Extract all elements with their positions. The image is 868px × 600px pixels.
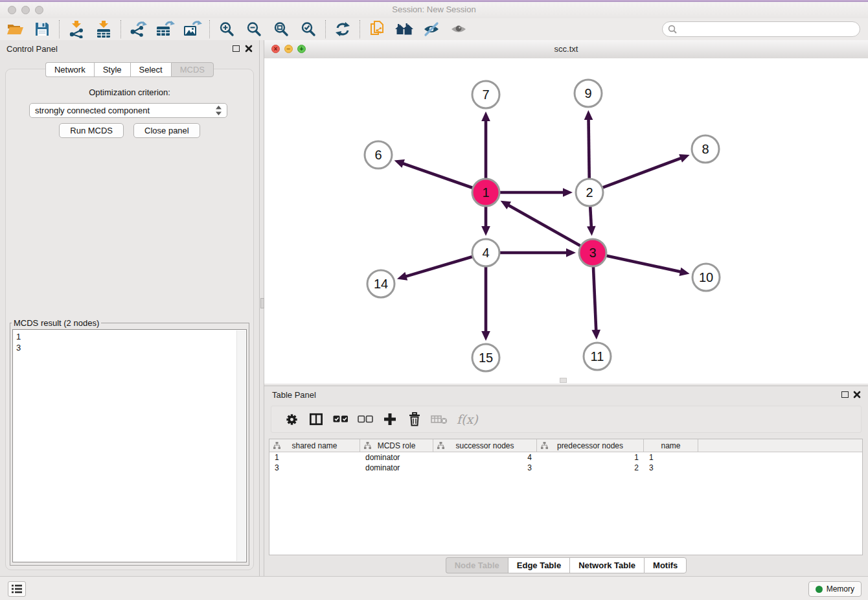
network-file-icon[interactable] <box>367 19 387 39</box>
result-scrollbar[interactable] <box>236 330 246 561</box>
column-header-name[interactable]: name <box>644 439 698 452</box>
close-panel-button[interactable]: Close panel <box>133 123 200 138</box>
graph-edge-3-10[interactable] <box>606 256 689 276</box>
import-network-icon[interactable] <box>67 19 86 39</box>
graph-edge-4-3[interactable] <box>500 248 576 257</box>
memory-button[interactable]: Memory <box>808 581 862 597</box>
cell-successor-nodes[interactable]: 4 <box>433 452 537 463</box>
tab-select[interactable]: Select <box>130 62 171 77</box>
columns-icon[interactable] <box>307 410 325 428</box>
task-history-button[interactable] <box>8 581 26 597</box>
graph-edge-2-8[interactable] <box>603 154 690 187</box>
save-icon[interactable] <box>32 19 52 39</box>
show-eye-icon[interactable] <box>449 19 468 39</box>
graph-edge-2-9[interactable] <box>584 110 593 178</box>
network-resize-grip[interactable] <box>560 378 567 383</box>
tab-edge-table[interactable]: Edge Table <box>508 557 569 573</box>
tab-network-table[interactable]: Network Table <box>569 557 644 573</box>
graph-edge-2-3[interactable] <box>587 207 596 236</box>
column-header-shared-name[interactable]: shared name <box>269 439 360 452</box>
mcds-result-area[interactable]: 1 3 <box>12 329 247 562</box>
table-row[interactable]: 1dominator411 <box>269 452 862 463</box>
home-icon[interactable] <box>394 19 414 39</box>
export-image-icon[interactable] <box>183 19 202 39</box>
graph-edge-4-15[interactable] <box>481 267 490 341</box>
function-builder-icon[interactable]: f(x) <box>457 412 478 426</box>
table-panel-header: Table Panel <box>264 386 868 404</box>
network-window-titlebar[interactable]: × − + scc.txt <box>264 40 868 59</box>
network-canvas[interactable]: 1234678910111415 <box>264 58 868 384</box>
graph-node-2[interactable]: 2 <box>576 179 603 206</box>
cell-name[interactable]: 1 <box>644 452 698 463</box>
tab-node-table[interactable]: Node Table <box>446 557 508 573</box>
refresh-icon[interactable] <box>333 19 352 39</box>
run-mcds-button[interactable]: Run MCDS <box>59 123 124 138</box>
main-toolbar <box>0 18 868 41</box>
delete-table-icon[interactable] <box>430 410 448 428</box>
cell-predecessor-nodes[interactable]: 2 <box>537 463 644 473</box>
cell-mcds-role[interactable]: dominator <box>360 452 433 463</box>
node-table[interactable]: shared nameMCDS rolesuccessor nodesprede… <box>269 439 863 555</box>
settings-gear-icon[interactable] <box>282 410 301 428</box>
graph-node-7[interactable]: 7 <box>472 81 499 108</box>
tab-style[interactable]: Style <box>94 62 130 77</box>
zoom-out-icon[interactable] <box>244 19 264 39</box>
export-network-icon[interactable] <box>128 19 148 39</box>
graph-node-8[interactable]: 8 <box>692 135 719 163</box>
network-graph[interactable]: 1234678910111415 <box>264 58 868 384</box>
graph-node-3[interactable]: 3 <box>579 239 606 266</box>
graph-node-10[interactable]: 10 <box>692 264 720 291</box>
graph-node-1[interactable]: 1 <box>472 179 499 206</box>
arrowhead-icon <box>587 226 596 236</box>
search-input[interactable] <box>680 24 854 34</box>
arrowhead-icon <box>591 330 600 340</box>
graph-node-11[interactable]: 11 <box>584 343 611 370</box>
cell-successor-nodes[interactable]: 3 <box>433 463 537 473</box>
graph-node-14[interactable]: 14 <box>367 270 394 297</box>
graph-edge-1-2[interactable] <box>500 188 573 197</box>
open-folder-icon[interactable] <box>5 19 25 39</box>
import-table-icon[interactable] <box>94 19 113 39</box>
delete-column-icon[interactable] <box>405 410 424 428</box>
tab-mcds[interactable]: MCDS <box>171 62 214 77</box>
cell-shared-name[interactable]: 1 <box>269 452 360 463</box>
graph-node-9[interactable]: 9 <box>575 80 602 107</box>
zoom-selected-icon[interactable] <box>299 19 318 39</box>
close-table-panel-icon[interactable] <box>853 391 861 398</box>
graph-edge-3-1[interactable] <box>501 201 580 246</box>
tab-network[interactable]: Network <box>45 62 94 77</box>
export-table-icon[interactable] <box>155 19 175 39</box>
graph-edge-4-14[interactable] <box>397 257 472 281</box>
graph-edge-3-11[interactable] <box>591 267 600 340</box>
cell-predecessor-nodes[interactable]: 1 <box>537 452 644 463</box>
close-panel-icon[interactable] <box>245 45 253 52</box>
tab-motifs[interactable]: Motifs <box>644 557 687 573</box>
cell-name[interactable]: 3 <box>644 463 698 473</box>
cell-mcds-role[interactable]: dominator <box>360 463 433 473</box>
zoom-fit-icon[interactable] <box>271 19 291 39</box>
float-panel-icon[interactable] <box>233 45 240 52</box>
column-label: name <box>661 441 680 450</box>
graph-node-4[interactable]: 4 <box>472 239 499 266</box>
graph-edge-1-4[interactable] <box>481 207 490 236</box>
hide-eye-icon[interactable] <box>422 19 441 39</box>
node-label: 4 <box>482 246 489 260</box>
column-header-predecessor-nodes[interactable]: predecessor nodes <box>537 439 644 452</box>
graph-node-6[interactable]: 6 <box>365 141 392 168</box>
search-box[interactable] <box>662 21 860 37</box>
column-header-mcds-role[interactable]: MCDS role <box>360 439 433 452</box>
panel-splitter[interactable] <box>259 40 264 577</box>
criterion-select[interactable]: strongly connected component <box>29 103 227 118</box>
float-table-panel-icon[interactable] <box>841 391 849 398</box>
column-header-successor-nodes[interactable]: successor nodes <box>433 439 537 452</box>
graph-node-15[interactable]: 15 <box>472 344 499 371</box>
cell-shared-name[interactable]: 3 <box>269 463 360 473</box>
deselect-all-icon[interactable] <box>356 410 374 428</box>
node-label: 11 <box>591 349 604 363</box>
graph-edge-1-7[interactable] <box>481 111 490 178</box>
table-row[interactable]: 3dominator323 <box>269 463 862 473</box>
graph-edge-1-6[interactable] <box>394 159 473 188</box>
zoom-in-icon[interactable] <box>217 19 236 39</box>
add-column-icon[interactable] <box>381 410 399 428</box>
select-all-icon[interactable] <box>332 410 350 428</box>
